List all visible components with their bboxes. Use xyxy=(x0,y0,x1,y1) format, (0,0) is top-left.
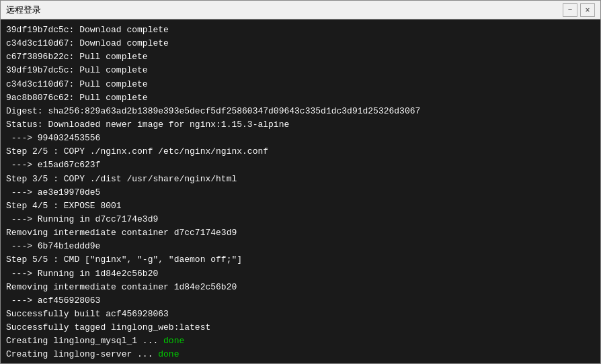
terminal-line: Digest: sha256:829a63ad2b1389e393e5decf5… xyxy=(6,105,595,118)
terminal-line: Step 3/5 : COPY ./dist /usr/share/nginx/… xyxy=(6,173,595,186)
terminal-line: Successfully tagged linglong_web:latest xyxy=(6,321,595,334)
close-button[interactable]: × xyxy=(580,3,595,17)
terminal-line: ---> ae3e19970de5 xyxy=(6,186,595,199)
minimize-button[interactable]: － xyxy=(563,3,577,17)
terminal-line: Creating linglong-server ... done xyxy=(6,348,595,361)
terminal-line: Creating linglong_mysql_1 ... done xyxy=(6,334,595,348)
terminal-line: Step 2/5 : COPY ./nginx.conf /etc/nginx/… xyxy=(6,145,595,158)
terminal-output: 39df19b7dc5c: Download completec34d3c110… xyxy=(1,19,600,363)
terminal-line: 39df19b7dc5c: Download complete xyxy=(6,24,595,37)
terminal-line: Successfully built acf456928063 xyxy=(6,308,595,321)
terminal-line: Creating linglong-web ... done xyxy=(6,362,595,363)
terminal-line: ---> Running in d7cc7174e3d9 xyxy=(6,213,595,226)
terminal-line: ---> 994032453556 xyxy=(6,132,595,145)
terminal-line: Step 5/5 : CMD ["nginx", "-g", "daemon o… xyxy=(6,253,595,267)
window-title: 远程登录 xyxy=(6,4,41,16)
window-controls: － × xyxy=(563,3,595,17)
terminal-line: c67f3896b22c: Pull complete xyxy=(6,50,595,64)
terminal-line: Removing intermediate container d7cc7174… xyxy=(6,226,595,240)
terminal-line: c34d3c110d67: Pull complete xyxy=(6,78,595,91)
terminal-line: ---> e15ad67c623f xyxy=(6,158,595,172)
terminal-line: ---> 6b74b1eddd9e xyxy=(6,240,595,253)
terminal-line: c34d3c110d67: Download complete xyxy=(6,37,595,50)
terminal-line: Removing intermediate container 1d84e2c5… xyxy=(6,281,595,294)
title-bar: 远程登录 － × xyxy=(1,1,600,19)
terminal-line: Step 4/5 : EXPOSE 8001 xyxy=(6,199,595,213)
terminal-window: 远程登录 － × 39df19b7dc5c: Download complete… xyxy=(0,0,601,364)
terminal-line: 39df19b7dc5c: Pull complete xyxy=(6,64,595,77)
terminal-line: 9ac8b8076c62: Pull complete xyxy=(6,91,595,105)
terminal-line: ---> acf456928063 xyxy=(6,294,595,308)
terminal-line: Status: Downloaded newer image for nginx… xyxy=(6,118,595,132)
terminal-line: ---> Running in 1d84e2c56b20 xyxy=(6,267,595,281)
